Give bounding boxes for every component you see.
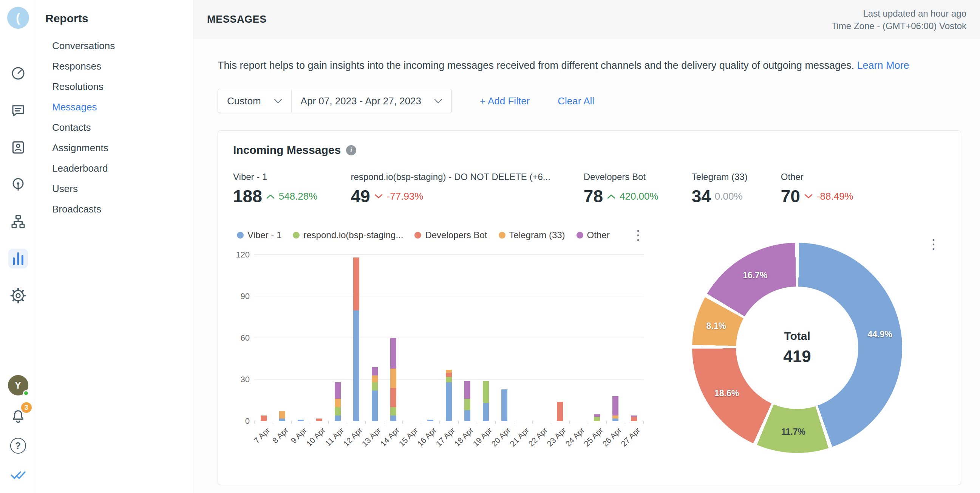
bar-segment[interactable] xyxy=(279,418,285,421)
notifications-bell-icon[interactable]: 3 xyxy=(8,407,28,426)
x-axis-tick xyxy=(570,421,570,424)
bar-segment[interactable] xyxy=(427,420,433,421)
learn-more-link[interactable]: Learn More xyxy=(857,60,909,71)
workflows-icon[interactable] xyxy=(8,212,28,231)
bar-segment[interactable] xyxy=(372,382,378,391)
bar-segment[interactable] xyxy=(279,411,285,418)
bar-segment[interactable] xyxy=(501,389,508,421)
sidebar-item-leaderboard[interactable]: Leaderboard xyxy=(36,158,193,179)
arrow-down-icon xyxy=(804,193,813,199)
stat-value-row: 78420.00% xyxy=(584,186,659,206)
last-updated-text: Last updated an hour ago xyxy=(832,7,966,20)
app-logo[interactable]: ( xyxy=(7,7,29,29)
legend-item[interactable]: Developers Bot xyxy=(414,230,487,241)
donut-chart-menu-icon[interactable]: ⋮ xyxy=(923,238,944,251)
bar-segment[interactable] xyxy=(316,418,322,421)
bar-chart-menu-icon[interactable]: ⋮ xyxy=(627,228,649,242)
bar-segment[interactable] xyxy=(390,407,396,415)
bar-segment[interactable] xyxy=(557,402,563,421)
sidebar-item-conversations[interactable]: Conversations xyxy=(36,35,193,56)
donut-chart-panel: ⋮ Total 419 44.9%11.7%18.6%8.1%16.7% xyxy=(649,228,946,475)
bar-segment[interactable] xyxy=(335,415,341,421)
bar-segment[interactable] xyxy=(483,381,489,404)
dashboard-icon[interactable] xyxy=(8,64,28,83)
x-axis-tick xyxy=(273,421,273,424)
bar-segment[interactable] xyxy=(390,338,396,369)
y-axis-label: 30 xyxy=(232,375,250,385)
chart-legend: Viber - 1respond.io(bsp-staging...Develo… xyxy=(233,228,649,242)
bar-segment[interactable] xyxy=(372,375,378,382)
bar-segment[interactable] xyxy=(612,415,619,418)
bar-segment[interactable] xyxy=(483,403,489,421)
reports-icon[interactable] xyxy=(8,249,28,268)
stat-label: respond.io(bsp-staging) - DO NOT DELETE … xyxy=(351,172,550,182)
legend-item[interactable]: respond.io(bsp-staging... xyxy=(293,230,403,241)
bar-segment[interactable] xyxy=(446,370,452,372)
broadcast-icon[interactable] xyxy=(8,175,28,194)
bar-segment[interactable] xyxy=(446,373,452,377)
bar-segment[interactable] xyxy=(464,381,470,399)
bar-segment[interactable] xyxy=(464,410,470,421)
bar-segment[interactable] xyxy=(353,310,359,421)
info-icon[interactable]: i xyxy=(346,145,356,155)
stat-value: 34 xyxy=(692,186,711,206)
channel-stat: Telegram (33)340.00% xyxy=(692,172,748,206)
sidebar-item-assignments[interactable]: Assignments xyxy=(36,137,193,158)
help-icon[interactable]: ? xyxy=(10,438,26,454)
settings-icon[interactable] xyxy=(8,286,28,305)
x-axis-tick xyxy=(402,421,403,424)
sidebar-item-contacts[interactable]: Contacts xyxy=(36,117,193,137)
double-check-icon[interactable] xyxy=(8,465,28,485)
chevron-down-icon xyxy=(434,99,442,104)
avatar[interactable]: Y xyxy=(8,375,28,396)
bar-segment[interactable] xyxy=(390,369,396,388)
bar-segment[interactable] xyxy=(390,388,396,407)
bar-segment[interactable] xyxy=(335,399,341,407)
sidebar-items: ConversationsResponsesResolutionsMessage… xyxy=(36,35,193,219)
x-axis-tick xyxy=(421,421,421,424)
stat-value: 49 xyxy=(351,186,370,206)
bar-segment[interactable] xyxy=(594,417,600,421)
bar-segment[interactable] xyxy=(631,417,637,421)
legend-items: Viber - 1respond.io(bsp-staging...Develo… xyxy=(237,230,610,241)
bar-segment[interactable] xyxy=(372,391,378,421)
bar-segment[interactable] xyxy=(353,257,359,310)
bar-segment[interactable] xyxy=(446,377,452,383)
bar-segment[interactable] xyxy=(372,367,378,375)
y-axis-label: 90 xyxy=(232,292,250,301)
clear-all-button[interactable]: Clear All xyxy=(558,95,594,107)
app-icon-rail: ( xyxy=(0,0,36,493)
bar-segment[interactable] xyxy=(261,415,267,421)
stat-label: Telegram (33) xyxy=(692,172,748,182)
sidebar-item-resolutions[interactable]: Resolutions xyxy=(36,77,193,97)
sidebar-item-users[interactable]: Users xyxy=(36,179,193,199)
bar-segment[interactable] xyxy=(298,420,304,421)
inbox-icon[interactable] xyxy=(8,101,28,120)
bar-segment[interactable] xyxy=(335,382,341,399)
add-filter-button[interactable]: + Add Filter xyxy=(480,95,530,107)
stat-delta: 548.28% xyxy=(279,191,318,202)
logo-glyph: ( xyxy=(16,11,20,25)
legend-item[interactable]: Viber - 1 xyxy=(237,230,282,241)
sidebar-item-messages[interactable]: Messages xyxy=(36,97,193,117)
bar-segment[interactable] xyxy=(390,415,396,421)
sidebar-item-responses[interactable]: Responses xyxy=(36,56,193,77)
date-range-value: Apr 07, 2023 - Apr 27, 2023 xyxy=(301,95,421,107)
date-range-select[interactable]: Apr 07, 2023 - Apr 27, 2023 xyxy=(291,89,452,113)
bar-segment[interactable] xyxy=(612,418,619,421)
bar-segment[interactable] xyxy=(446,382,452,421)
bar-segment[interactable] xyxy=(335,407,341,415)
legend-item[interactable]: Other xyxy=(576,230,610,241)
channel-stat: Other70-88.49% xyxy=(781,172,853,206)
bar-segment[interactable] xyxy=(612,396,619,415)
range-type-select[interactable]: Custom xyxy=(218,89,291,113)
x-axis-tick xyxy=(477,421,477,424)
y-axis-label: 120 xyxy=(232,250,250,260)
bar-segment[interactable] xyxy=(631,415,637,417)
bar-segment[interactable] xyxy=(464,399,470,410)
x-axis-tick xyxy=(588,421,588,424)
sidebar-item-broadcasts[interactable]: Broadcasts xyxy=(36,199,193,219)
legend-item[interactable]: Telegram (33) xyxy=(499,230,565,241)
bar-segment[interactable] xyxy=(594,414,600,417)
contacts-icon[interactable] xyxy=(8,137,28,157)
